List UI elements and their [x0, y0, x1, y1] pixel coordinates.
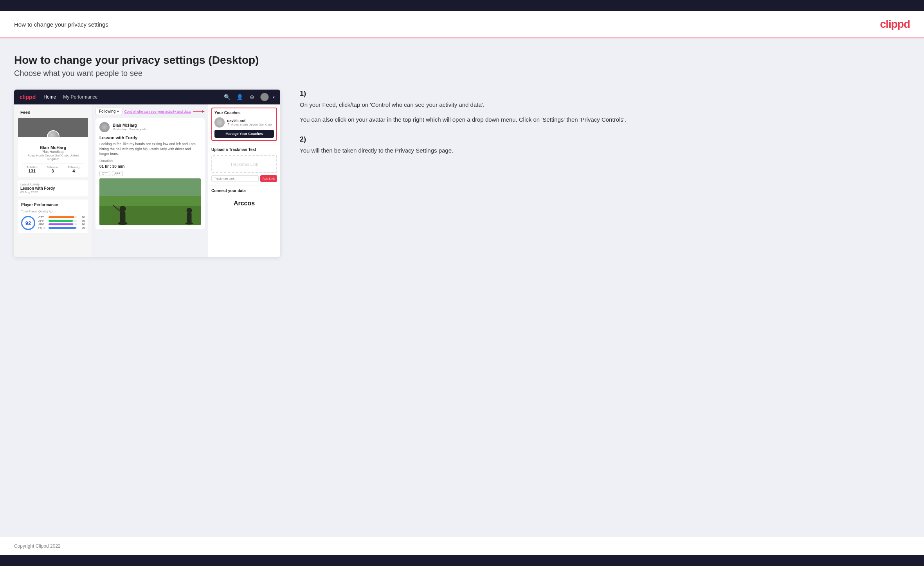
nav-link-home[interactable]: Home: [43, 94, 56, 100]
stat-following: Following 4: [68, 166, 79, 173]
nav-link-performance[interactable]: My Performance: [63, 94, 97, 100]
coaches-section: Your Coaches David Ford 📍 Royal North De…: [208, 104, 280, 144]
footer: Copyright Clippd 2022: [0, 537, 924, 555]
step1-text1: On your Feed, click/tap on 'Control who …: [300, 100, 910, 110]
quality-score: 92: [21, 216, 35, 230]
chevron-down-icon: ▾: [117, 109, 119, 113]
svg-point-7: [120, 206, 126, 212]
user-card-header: [18, 118, 88, 137]
app-right-panel: Your Coaches David Ford 📍 Royal North De…: [208, 104, 280, 257]
step2-number: 2): [300, 135, 910, 144]
app-screenshot: clippd Home My Performance 🔍 👤 ⊕ ▾ Feed: [14, 90, 280, 257]
nav-avatar[interactable]: [260, 93, 269, 101]
post-avatar: [99, 122, 110, 132]
svg-rect-3: [99, 206, 201, 225]
trackman-input[interactable]: [211, 175, 259, 182]
coaches-highlight-box: Your Coaches David Ford 📍 Royal North De…: [211, 108, 277, 141]
coach-item: David Ford 📍 Royal North Devon Golf Club: [214, 117, 274, 128]
search-icon[interactable]: 🔍: [223, 93, 231, 101]
coach-avatar: [214, 117, 225, 128]
post-image: [99, 178, 201, 225]
golf-image: [99, 178, 201, 225]
feed-label: Feed: [18, 108, 88, 118]
copyright: Copyright Clippd 2022: [14, 543, 61, 549]
plus-circle-icon[interactable]: ⊕: [248, 93, 256, 101]
app-body: Feed Blair McHarg Plus Handicap Royal No…: [14, 104, 280, 257]
user-name: Blair McHarg: [22, 145, 84, 150]
user-avatar: [47, 130, 59, 137]
app-nav: clippd Home My Performance 🔍 👤 ⊕ ▾: [14, 90, 280, 104]
post-desc: Looking to feel like my hands are exitin…: [99, 142, 201, 156]
annotation-arrow: [193, 109, 205, 114]
svg-rect-10: [187, 213, 192, 223]
svg-rect-4: [99, 178, 201, 196]
arccos-logo: Arccos: [211, 196, 277, 211]
post-user-name: Blair McHarg: [113, 123, 146, 128]
user-avatar-outer: [47, 130, 59, 137]
trackman-title: Upload a Trackman Test: [211, 147, 277, 152]
instructions: 1) On your Feed, click/tap on 'Control w…: [292, 90, 910, 166]
bar-putt: PUTT 96: [38, 226, 85, 229]
tag-app: APP: [112, 171, 123, 176]
instruction-step2: 2) You will then be taken directly to th…: [300, 135, 910, 155]
user-club: Royal North Devon Golf Club, United King…: [22, 154, 84, 161]
svg-point-11: [187, 208, 192, 213]
info-icon: ⓘ: [49, 209, 52, 214]
post-title: Lesson with Fordy: [99, 135, 201, 140]
location-icon: 📍: [227, 123, 231, 126]
trackman-add-button[interactable]: Add Link: [260, 175, 277, 182]
content-area: clippd Home My Performance 🔍 👤 ⊕ ▾ Feed: [14, 90, 910, 257]
manage-coaches-button[interactable]: Manage Your Coaches: [214, 130, 274, 138]
bar-app: APP 85: [38, 219, 85, 222]
privacy-control-link[interactable]: Control who can see your activity and da…: [124, 110, 191, 113]
bar-ott: OTT 90: [38, 216, 85, 219]
user-stats: Activities 131 Followers 3 Following 4: [22, 163, 84, 173]
post-tags: OTT APP: [99, 171, 201, 176]
app-nav-links: Home My Performance: [43, 94, 223, 100]
top-bar: [0, 0, 924, 11]
post-meta: Yesterday · Sunningdale: [113, 128, 146, 131]
feed-header: Following ▾ Control who can see your act…: [95, 108, 205, 115]
trackman-placeholder: Trackman Link: [211, 155, 277, 173]
app-main-feed: Following ▾ Control who can see your act…: [92, 104, 208, 257]
app-sidebar: Feed Blair McHarg Plus Handicap Royal No…: [14, 104, 92, 257]
trackman-section: Upload a Trackman Test Trackman Link Add…: [208, 144, 280, 185]
duration-value: 01 hr : 30 min: [99, 164, 201, 169]
person-icon[interactable]: 👤: [235, 93, 244, 101]
bar-arg: ARG 86: [38, 223, 85, 226]
avatar-chevron-icon: ▾: [273, 95, 275, 99]
bottom-bar: [0, 555, 924, 566]
user-card: Blair McHarg Plus Handicap Royal North D…: [18, 118, 88, 177]
page-subtitle: Choose what you want people to see: [14, 69, 910, 78]
stat-activities: Activities 131: [27, 166, 38, 173]
performance-bars: OTT 90 APP 85 ARG: [38, 216, 85, 230]
coaches-title: Your Coaches: [214, 111, 274, 115]
page-title: How to change your privacy settings (Des…: [14, 54, 910, 67]
header: How to change your privacy settings clip…: [0, 11, 924, 38]
logo: clippd: [880, 18, 910, 31]
step1-number: 1): [300, 90, 910, 98]
following-button[interactable]: Following ▾: [95, 108, 122, 115]
post-card: Blair McHarg Yesterday · Sunningdale Les…: [95, 118, 205, 229]
connect-title: Connect your data: [211, 189, 277, 193]
connect-section: Connect your data Arccos: [208, 185, 280, 214]
instruction-step1: 1) On your Feed, click/tap on 'Control w…: [300, 90, 910, 124]
main-content: How to change your privacy settings (Des…: [0, 38, 924, 537]
post-duration: Duration: [99, 159, 201, 163]
player-performance: Player Performance Total Player Quality …: [18, 200, 88, 233]
app-logo: clippd: [20, 94, 36, 100]
tag-ott: OTT: [99, 171, 110, 176]
trackman-input-row: Add Link: [211, 175, 277, 182]
header-title: How to change your privacy settings: [14, 21, 108, 28]
step1-text2: You can also click on your avatar in the…: [300, 115, 910, 124]
coach-name: David Ford: [227, 119, 272, 123]
stat-followers: Followers 3: [47, 166, 59, 173]
coach-club: 📍 Royal North Devon Golf Club: [227, 123, 272, 126]
step2-text: You will then be taken directly to the P…: [300, 146, 910, 155]
svg-marker-1: [202, 110, 205, 113]
latest-activity: Latest Activity Lesson with Fordy 03 Aug…: [18, 180, 88, 196]
user-handicap: Plus Handicap: [22, 150, 84, 154]
app-nav-icons: 🔍 👤 ⊕ ▾: [223, 93, 275, 101]
